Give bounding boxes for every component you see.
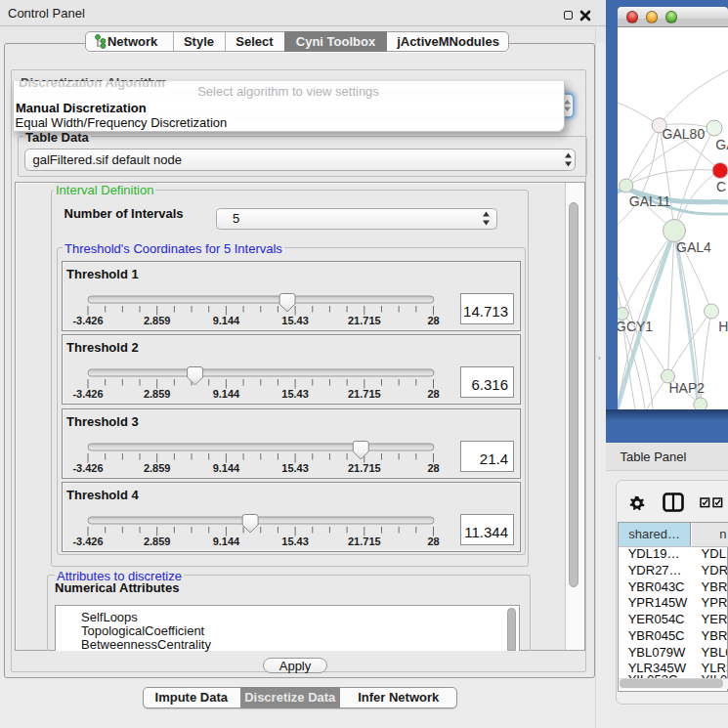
svg-text:HAP2: HAP2 bbox=[669, 380, 706, 396]
svg-text:GCY1: GCY1 bbox=[618, 319, 653, 334]
svg-text:GAL4: GAL4 bbox=[676, 239, 711, 255]
svg-text:GAL80: GAL80 bbox=[663, 126, 706, 142]
svg-text:GAL11: GAL11 bbox=[629, 193, 671, 209]
svg-text:GA: GA bbox=[715, 137, 728, 152]
svg-text:C: C bbox=[716, 179, 726, 194]
svg-text:H: H bbox=[718, 319, 728, 334]
